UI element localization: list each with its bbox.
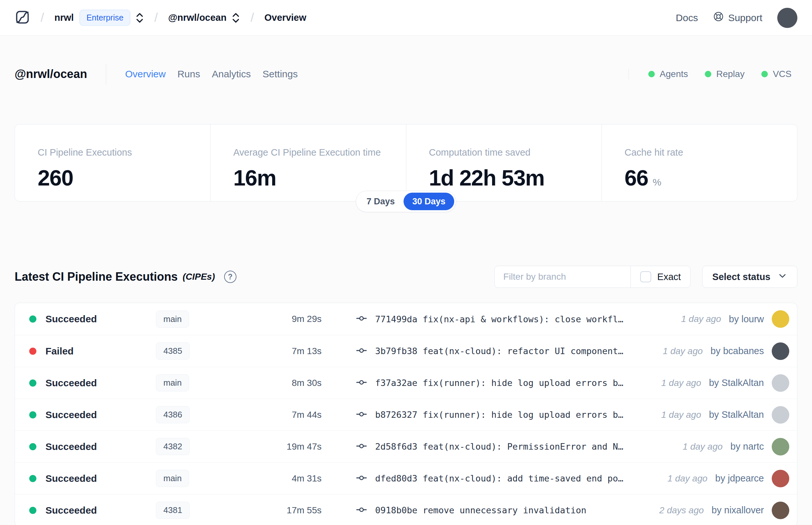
duration: 7m 13s bbox=[237, 346, 322, 356]
status-label: Succeeded bbox=[45, 505, 97, 516]
breadcrumb-separator: / bbox=[154, 11, 158, 25]
status-dot-icon bbox=[29, 379, 36, 387]
status-dot-icon bbox=[648, 71, 655, 77]
user-avatar[interactable] bbox=[777, 8, 797, 28]
author: by nartc bbox=[731, 441, 764, 452]
stat-label: Cache hit rate bbox=[625, 147, 797, 158]
feature-agents[interactable]: Agents bbox=[648, 69, 688, 79]
stat-value: 16m bbox=[233, 165, 276, 190]
author: by lourw bbox=[729, 314, 764, 325]
stat-value-suffix: % bbox=[653, 177, 661, 188]
range-option-30-days[interactable]: 30 Days bbox=[403, 193, 454, 210]
feature-status-list: Agents Replay VCS bbox=[628, 69, 792, 79]
table-row[interactable]: Succeeded main 8m 30s f37a32ae fix(runne… bbox=[15, 367, 797, 399]
tab-analytics[interactable]: Analytics bbox=[212, 69, 251, 79]
branch-badge: main bbox=[156, 374, 189, 391]
branch-badge: main bbox=[156, 470, 189, 487]
docs-link[interactable]: Docs bbox=[676, 12, 698, 24]
duration: 17m 55s bbox=[237, 505, 322, 515]
commit-message: 3b79fb38 feat(nx-cloud): refactor UI com… bbox=[375, 346, 623, 356]
status-dot-icon bbox=[29, 348, 36, 355]
commit-message: 0918b0be remove unnecessary invalidation bbox=[375, 505, 586, 515]
status-dot-icon bbox=[29, 475, 36, 482]
breadcrumb-org[interactable]: nrwl bbox=[55, 12, 74, 23]
git-commit-icon bbox=[356, 472, 367, 485]
commit-message: 2d58f6d3 feat(nx-cloud): PermissionError… bbox=[375, 441, 623, 452]
stat-label: Computation time saved bbox=[429, 147, 601, 158]
stat-card-computation-time-saved: Computation time saved 1d 22h 53m bbox=[406, 124, 601, 201]
feature-label: Replay bbox=[716, 69, 745, 79]
status-dot-icon bbox=[29, 411, 36, 418]
range-option-7-days[interactable]: 7 Days bbox=[357, 193, 403, 210]
time-ago: 1 day ago bbox=[663, 346, 703, 356]
breadcrumb-page: Overview bbox=[264, 12, 306, 23]
commit-message: 771499da fix(nx-api & workflows): close … bbox=[375, 314, 623, 324]
support-label: Support bbox=[728, 12, 762, 24]
stat-card-average-execution-time: Average CI Pipeline Execution time 16m bbox=[210, 124, 406, 201]
table-row[interactable]: Succeeded main 4m 31s dfed80d3 feat(nx-c… bbox=[15, 462, 797, 494]
commit-message: b8726327 fix(runner): hide log upload er… bbox=[375, 410, 623, 420]
status-label: Succeeded bbox=[45, 441, 97, 452]
author: by StalkAltan bbox=[709, 377, 764, 388]
exact-checkbox[interactable] bbox=[640, 271, 651, 282]
stat-card-ci-pipeline-executions: CI Pipeline Executions 260 bbox=[15, 124, 210, 201]
stat-label: CI Pipeline Executions bbox=[38, 147, 210, 158]
date-range-toggle: 7 Days 30 Days bbox=[356, 191, 456, 212]
status-select-button[interactable]: Select status bbox=[702, 266, 797, 288]
duration: 7m 44s bbox=[237, 410, 322, 420]
author-avatar bbox=[772, 438, 789, 455]
status-label: Succeeded bbox=[45, 409, 97, 420]
top-nav: / nrwl Enterprise / @nrwl/ocean / Overvi… bbox=[0, 0, 812, 36]
branch-badge: main bbox=[156, 311, 189, 328]
cipes-title: Latest CI Pipeline Executions bbox=[15, 270, 178, 284]
org-switcher-chevron-icon[interactable] bbox=[135, 12, 144, 24]
chevron-down-icon bbox=[778, 271, 787, 283]
tab-settings[interactable]: Settings bbox=[262, 69, 297, 79]
branch-badge: 4386 bbox=[156, 406, 190, 423]
help-icon[interactable]: ? bbox=[224, 271, 236, 283]
breadcrumb-workspace[interactable]: @nrwl/ocean bbox=[168, 12, 227, 23]
table-row[interactable]: Failed 4385 7m 13s 3b79fb38 feat(nx-clou… bbox=[15, 335, 797, 367]
table-row[interactable]: Succeeded 4382 19m 47s 2d58f6d3 feat(nx-… bbox=[15, 431, 797, 462]
cipes-section: Latest CI Pipeline Executions (CIPEs) ? … bbox=[15, 266, 797, 525]
time-ago: 1 day ago bbox=[661, 410, 701, 420]
status-label: Succeeded bbox=[45, 314, 97, 325]
table-row[interactable]: Succeeded 4386 7m 44s b8726327 fix(runne… bbox=[15, 399, 797, 431]
duration: 19m 47s bbox=[237, 441, 322, 452]
branch-badge: 4382 bbox=[156, 438, 190, 455]
status-dot-icon bbox=[29, 315, 36, 322]
feature-label: Agents bbox=[660, 69, 688, 79]
author-avatar bbox=[772, 406, 789, 424]
nx-cloud-logo-icon bbox=[15, 10, 30, 26]
branch-filter-input[interactable] bbox=[495, 266, 630, 287]
status-dot-icon bbox=[705, 71, 711, 77]
cipe-table: Succeeded main 9m 29s 771499da fix(nx-ap… bbox=[15, 303, 797, 525]
tab-overview[interactable]: Overview bbox=[125, 69, 166, 79]
table-row[interactable]: Succeeded 4381 17m 55s 0918b0be remove u… bbox=[15, 494, 797, 525]
author-avatar bbox=[772, 374, 789, 392]
stat-label: Average CI Pipeline Execution time bbox=[233, 147, 406, 158]
table-row[interactable]: Succeeded main 9m 29s 771499da fix(nx-ap… bbox=[15, 303, 797, 335]
git-commit-icon bbox=[356, 504, 367, 517]
stat-value: 260 bbox=[38, 165, 73, 190]
cipes-title-suffix: (CIPEs) bbox=[183, 272, 215, 282]
support-link[interactable]: Support bbox=[713, 11, 762, 24]
status-dot-icon bbox=[29, 507, 36, 514]
breadcrumb-separator: / bbox=[41, 11, 44, 25]
status-select-label: Select status bbox=[712, 272, 770, 282]
nx-cloud-logo[interactable] bbox=[15, 10, 30, 26]
page-title: @nrwl/ocean bbox=[15, 67, 87, 81]
git-commit-icon bbox=[356, 440, 367, 453]
feature-replay[interactable]: Replay bbox=[705, 69, 745, 79]
time-ago: 1 day ago bbox=[661, 378, 701, 388]
workspace-switcher-chevron-icon[interactable] bbox=[232, 12, 240, 24]
duration: 4m 31s bbox=[237, 473, 322, 484]
feature-vcs[interactable]: VCS bbox=[761, 69, 792, 79]
stats-section: CI Pipeline Executions 260 Average CI Pi… bbox=[15, 124, 797, 201]
workspace-tabs: Overview Runs Analytics Settings bbox=[125, 69, 298, 79]
git-commit-icon bbox=[356, 345, 367, 358]
tab-runs[interactable]: Runs bbox=[177, 69, 200, 79]
status-label: Succeeded bbox=[45, 377, 97, 389]
stat-value: 66 bbox=[625, 165, 648, 190]
author-avatar bbox=[772, 310, 789, 328]
